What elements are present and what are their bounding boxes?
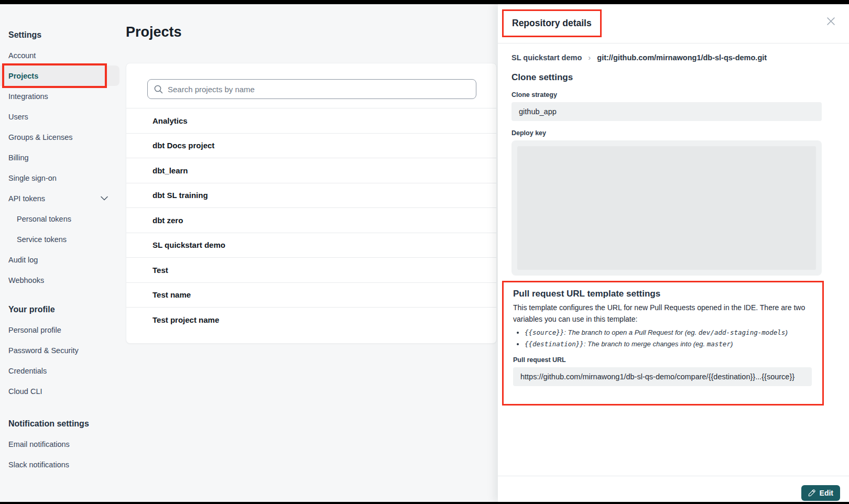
chevron-right-icon — [588, 53, 591, 62]
sidebar-item-single-sign-on[interactable]: Single sign-on — [0, 168, 119, 188]
sidebar-item-api-tokens[interactable]: API tokens — [0, 188, 119, 209]
sidebar-item-billing[interactable]: Billing — [0, 147, 119, 168]
sidebar-item-password-security[interactable]: Password & Security — [0, 340, 119, 360]
project-row[interactable]: dbt SL training — [126, 183, 496, 208]
panel-body: SL quickstart demo git://github.com/mirn… — [498, 43, 849, 476]
sidebar-section-settings: Settings — [0, 30, 119, 40]
pr-template-heading: Pull request URL template settings — [513, 289, 812, 299]
panel-header: Repository details — [498, 4, 849, 43]
pr-template-variables: {{source}}: The branch to open a Pull Re… — [513, 328, 812, 348]
clone-settings-heading: Clone settings — [511, 72, 822, 83]
breadcrumb: SL quickstart demo git://github.com/mirn… — [511, 53, 822, 62]
annotation-red-box-pr-section: Pull request URL template settings This … — [502, 281, 824, 406]
panel-title: Repository details — [512, 18, 592, 29]
close-icon[interactable] — [826, 17, 835, 26]
project-row[interactable]: Analytics — [126, 108, 496, 133]
sidebar-item-personal-profile[interactable]: Personal profile — [0, 320, 119, 340]
project-row[interactable]: Test project name — [126, 307, 496, 332]
sidebar-item-credentials[interactable]: Credentials — [0, 360, 119, 381]
project-row[interactable]: dbt_learn — [126, 158, 496, 183]
pr-variable-source: {{source}}: The branch to open a Pull Re… — [525, 328, 812, 337]
project-search-box[interactable] — [147, 79, 476, 99]
sidebar-item-groups-licenses[interactable]: Groups & Licenses — [0, 127, 119, 147]
sidebar-item-slack-notifications[interactable]: Slack notifications — [0, 454, 119, 475]
pencil-icon — [808, 489, 815, 497]
project-row[interactable]: SL quickstart demo — [126, 233, 496, 258]
breadcrumb-project[interactable]: SL quickstart demo — [511, 53, 582, 62]
sidebar-item-email-notifications[interactable]: Email notifications — [0, 434, 119, 454]
project-row[interactable]: dbt Docs project — [126, 133, 496, 158]
page-title: Projects — [126, 24, 182, 40]
pr-url-value: https://github.com/mirnawong1/db-sl-qs-d… — [513, 367, 812, 386]
sidebar-item-projects[interactable]: Projects — [0, 65, 119, 86]
project-row[interactable]: Test name — [126, 282, 496, 308]
sidebar-item-cloud-cli[interactable]: Cloud CLI — [0, 381, 119, 401]
sidebar-item-integrations[interactable]: Integrations — [0, 86, 119, 106]
projects-card: Analytics dbt Docs project dbt_learn dbt… — [126, 63, 497, 344]
sidebar-section-notification-settings: Notification settings — [0, 419, 119, 429]
deploy-key-box — [511, 140, 822, 276]
project-row[interactable]: dbt zero — [126, 207, 496, 233]
top-black-bar — [0, 0, 849, 4]
bottom-black-bar — [0, 502, 849, 504]
settings-sidebar: Settings Account Projects Integrations U… — [0, 30, 119, 475]
annotation-red-box-title: Repository details — [502, 9, 602, 37]
pr-variable-destination: {{destination}}: The branch to merge cha… — [525, 339, 812, 349]
breadcrumb-repo-url: git://github.com/mirnawong1/db-sl-qs-dem… — [597, 53, 767, 62]
project-row[interactable]: Test — [126, 257, 496, 282]
sidebar-item-service-tokens[interactable]: Service tokens — [0, 229, 119, 249]
sidebar-item-account[interactable]: Account — [0, 45, 119, 65]
deploy-key-label: Deploy key — [511, 129, 822, 137]
clone-strategy-value: github_app — [511, 102, 822, 121]
panel-footer: Edit — [498, 476, 849, 502]
clone-strategy-label: Clone strategy — [511, 91, 822, 98]
sidebar-section-your-profile: Your profile — [0, 305, 119, 314]
search-icon — [154, 85, 163, 94]
project-list: Analytics dbt Docs project dbt_learn dbt… — [126, 108, 496, 332]
sidebar-item-users[interactable]: Users — [0, 106, 119, 127]
repository-details-panel: Repository details SL quickstart demo gi… — [498, 4, 849, 502]
sidebar-item-personal-tokens[interactable]: Personal tokens — [0, 209, 119, 229]
search-input[interactable] — [168, 85, 470, 94]
chevron-down-icon — [101, 196, 108, 201]
sidebar-item-webhooks[interactable]: Webhooks — [0, 270, 119, 290]
sidebar-item-audit-log[interactable]: Audit log — [0, 249, 119, 270]
deploy-key-redacted-value — [517, 146, 816, 270]
edit-button[interactable]: Edit — [801, 485, 840, 501]
pr-url-label: Pull request URL — [513, 356, 812, 364]
pr-template-description: This template configures the URL for new… — [513, 302, 812, 325]
